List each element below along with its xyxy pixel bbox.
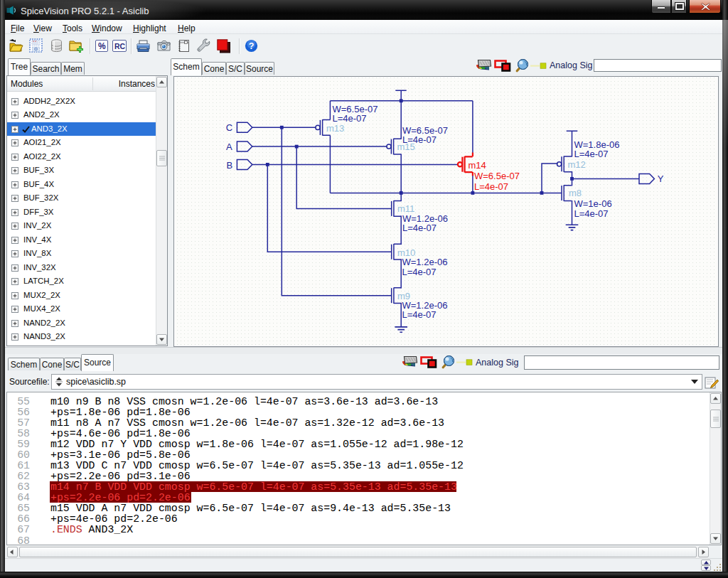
svg-text:L=4e-07: L=4e-07 <box>574 149 609 159</box>
svg-text:m13: m13 <box>326 123 344 134</box>
svg-text:L=4e-07: L=4e-07 <box>402 223 437 233</box>
svg-text:L=4e-07: L=4e-07 <box>474 181 508 192</box>
svg-text:L=4e-07: L=4e-07 <box>402 267 437 277</box>
svg-text:L=4e-07: L=4e-07 <box>402 309 437 320</box>
svg-text:m8: m8 <box>569 188 582 198</box>
svg-text:C: C <box>226 122 232 133</box>
svg-text:A: A <box>226 141 232 152</box>
svg-text:W=6.5e-07: W=6.5e-07 <box>474 171 520 181</box>
svg-text:B: B <box>226 160 232 171</box>
svg-text:m14: m14 <box>469 160 486 171</box>
svg-text:Y: Y <box>658 173 664 184</box>
svg-text:?: ? <box>249 41 255 51</box>
svg-text:L=4e-07: L=4e-07 <box>574 208 609 219</box>
svg-text:m12: m12 <box>568 159 586 170</box>
svg-text:m15: m15 <box>397 141 415 152</box>
